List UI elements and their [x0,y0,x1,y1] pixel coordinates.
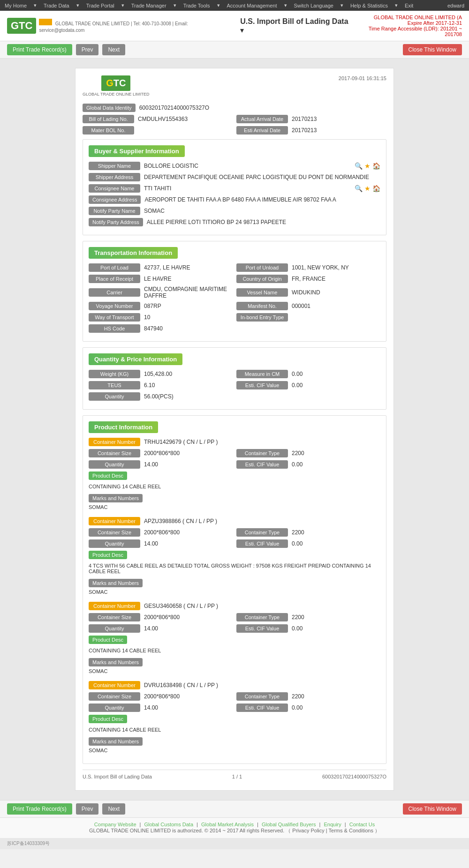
container-4-size-value: 2000*806*800 [144,693,233,700]
close-button-top[interactable]: Close This Window [403,44,462,55]
container-2-size-value: 2000*806*800 [144,529,233,536]
teus-label: TEUS [89,381,140,389]
place-of-receipt-row: Place of Receipt LE HAVRE Country of Ori… [89,275,380,283]
shipper-address-label: Shipper Address [89,173,140,181]
voyage-number-label: Voyage Number [89,302,140,310]
footer-enquiry[interactable]: Enquiry [324,822,341,827]
print-bottom-button[interactable]: Print Trade Record(s) [7,803,72,815]
shipper-address-row: Shipper Address DEPARTEMENT PACIFIQUE OC… [89,173,380,181]
quantity-price-header: Quantity & Price Information [89,353,182,365]
container-4-size-label: Container Size [89,692,140,701]
consignee-home-icon[interactable]: 🏠 [372,185,380,192]
nav-trade-portal[interactable]: Trade Portal [86,3,114,8]
container-2-cif-value: 0.00 [292,540,380,547]
global-data-identity-label: Global Data Identity [83,104,136,112]
consignee-search-icon[interactable]: 🔍 [355,185,363,192]
main-content: GTC GLOBAL TRADE ONLINE LIMITED 2017-09-… [75,68,394,791]
next-button-top[interactable]: Next [102,44,125,55]
container-3-qty-value: 14.00 [144,625,233,632]
container-1-cif-value: 0.00 [292,461,380,468]
container-2-size-label: Container Size [89,528,140,537]
container-2-marks-label: Marks and Numbers [89,579,143,587]
notify-party-address-value: ALLEE PIERRE LOTI TITIORO BP 24 98713 PA… [147,219,380,225]
esti-cif-value: 0.00 [292,382,380,389]
way-of-transport-value: 10 [144,314,233,321]
container-1-number-label: Container Number [89,438,140,446]
esti-arrival-label: Esti Arrival Date [236,126,288,135]
top-toolbar: Print Trade Record(s) Prev Next Close Th… [0,41,469,59]
bol-label: Bill of Lading No. [83,115,134,123]
page-footer: U.S. Import Bill of Lading Data 1 / 1 60… [83,770,386,783]
nav-home[interactable]: My Home [5,3,27,8]
container-3-number-label: Container Number [89,602,140,610]
global-data-identity-row: Global Data Identity 6003201702140000753… [83,104,386,112]
actual-arrival-value: 20170213 [292,116,386,122]
in-bond-entry-label: In-bond Entry Type [236,313,288,322]
measure-cm-label: Measure in CM [236,370,288,378]
prev-button-bottom[interactable]: Prev [76,803,99,815]
vessel-name-value: WIDUKIND [292,289,380,296]
container-3-desc-label: Product Desc [89,636,127,644]
container-3-cif-value: 0.00 [292,625,380,632]
port-of-unload-label: Port of Unload [236,263,288,272]
nav-language[interactable]: Switch Language [294,3,333,8]
print-top-button[interactable]: Print Trade Record(s) [7,44,72,55]
shipper-star-icon[interactable]: ★ [364,162,371,170]
footer-global-market[interactable]: Global Market Analysis [201,822,254,827]
notify-party-name-label: Notify Party Name [89,207,140,215]
footer-contact[interactable]: Contact Us [349,822,375,827]
consignee-address-row: Consignee Address AEROPORT DE TAHITI FAA… [89,195,380,204]
container-3-marks-label: Marks and Numbers [89,658,143,666]
container-3-marks-value: SOMAC [89,668,380,674]
nav-account[interactable]: Account Management [227,3,277,8]
footer-global-buyers[interactable]: Global Qualified Buyers [262,822,316,827]
header-right-title: GLOBAL TRADE ONLINE LIMITED (A [352,15,462,20]
consignee-name-value: TTI TAHITI [144,185,348,192]
nav-trade-data[interactable]: Trade Data [44,3,69,8]
container-3-qty-row: Quantity 14.00 Esti. CIF Value 0.00 [89,624,380,633]
container-4-cif-value: 0.00 [292,704,380,711]
hs-code-value: 847940 [144,325,380,332]
country-of-origin-value: FR, FRANCE [292,276,380,282]
nav-help[interactable]: Help & Statistics [350,3,388,8]
container-1-qty-label: Quantity [89,460,140,469]
content-datetime: 2017-09-01 16:31:15 [339,75,386,81]
container-1: Container Number TRHU1429679 ( CN / L / … [89,438,380,510]
prev-button-top[interactable]: Prev [76,44,99,55]
logo-icon: GTC [11,20,32,32]
page-title: U.S. Import Bill of Lading Data [240,17,348,25]
close-button-bottom[interactable]: Close This Window [403,803,462,815]
teus-value: 6.10 [144,382,233,389]
next-button-bottom[interactable]: Next [102,803,125,815]
footer-company-website[interactable]: Company Website [94,822,136,827]
container-3-type-label: Container Type [236,613,288,621]
container-2-number-label: Container Number [89,517,140,525]
container-4-cif-label: Esti. CIF Value [236,703,288,712]
place-of-receipt-value: LE HAVRE [144,276,233,282]
page-footer-left: U.S. Import Bill of Lading Data [83,774,152,779]
container-4-qty-label: Quantity [89,703,140,712]
nav-trade-manager[interactable]: Trade Manager [131,3,166,8]
container-3: Container Number GESU3460658 ( CN / L / … [89,602,380,674]
hs-code-label: HS Code [89,324,140,333]
nav-trade-tools[interactable]: Trade Tools [183,3,210,8]
container-1-number-value: TRHU1429679 ( CN / L / PP ) [144,439,380,445]
footer-global-customs[interactable]: Global Customs Data [144,822,194,827]
content-logo: GTC GLOBAL TRADE ONLINE LIMITED [83,75,150,97]
quantity-row: Quantity 56.00(PCS) [89,392,380,401]
quantity-label: Quantity [89,392,140,401]
shipper-home-icon[interactable]: 🏠 [372,162,380,170]
container-3-size-row: Container Size 2000*806*800 Container Ty… [89,613,380,621]
weight-value: 105,428.00 [144,371,233,377]
consignee-star-icon[interactable]: ★ [364,185,371,192]
container-4-marks-label: Marks and Numbers [89,737,143,746]
container-2-desc-label: Product Desc [89,551,127,559]
logo-area: GTC GLOBAL TRADE ONLINE LIMITED | Tel: 4… [7,17,352,35]
buyer-supplier-header: Buyer & Supplier Information [89,145,185,157]
container-2-qty-label: Quantity [89,539,140,548]
container-2-qty-value: 14.00 [144,540,233,547]
footer-copyright: GLOBAL TRADE ONLINE LIMITED is authorize… [7,827,462,834]
shipper-search-icon[interactable]: 🔍 [355,162,363,170]
nav-exit[interactable]: Exit [405,3,413,8]
place-of-receipt-label: Place of Receipt [89,275,140,283]
